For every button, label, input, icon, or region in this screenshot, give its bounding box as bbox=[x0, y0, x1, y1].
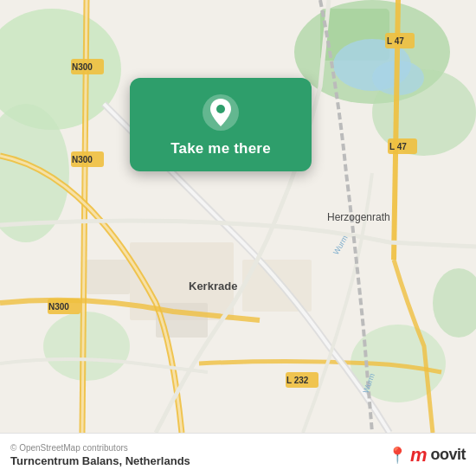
svg-text:N300: N300 bbox=[72, 62, 93, 72]
svg-text:Herzogenrath: Herzogenrath bbox=[327, 211, 390, 223]
moovit-rest-text: oovit bbox=[431, 446, 466, 464]
svg-text:L 232: L 232 bbox=[286, 376, 309, 385]
map-container: Kerkrade Herzogenrath N300 N300 N300 L 4… bbox=[0, 0, 476, 433]
moovit-m-letter: m bbox=[410, 444, 428, 466]
moovit-logo: 📍 m oovit bbox=[388, 444, 466, 466]
take-me-there-popup[interactable]: Take me there bbox=[130, 78, 312, 171]
svg-text:N300: N300 bbox=[48, 302, 69, 312]
location-name: Turncentrum Balans, Netherlands bbox=[10, 454, 190, 467]
location-pin-icon bbox=[202, 93, 240, 132]
svg-point-32 bbox=[216, 105, 225, 113]
svg-text:Kerkrade: Kerkrade bbox=[189, 280, 237, 293]
svg-text:L 47: L 47 bbox=[387, 36, 404, 46]
moovit-pin-icon: 📍 bbox=[388, 446, 407, 465]
copyright-text: © OpenStreetMap contributors bbox=[10, 443, 190, 453]
map-svg: Kerkrade Herzogenrath N300 N300 N300 L 4… bbox=[0, 0, 476, 433]
bottom-left-info: © OpenStreetMap contributors Turncentrum… bbox=[10, 443, 190, 467]
svg-rect-14 bbox=[87, 260, 130, 294]
take-me-there-label: Take me there bbox=[170, 140, 271, 158]
svg-text:L 47: L 47 bbox=[389, 142, 407, 151]
svg-text:N300: N300 bbox=[72, 155, 93, 164]
bottom-bar: © OpenStreetMap contributors Turncentrum… bbox=[0, 433, 476, 476]
svg-point-6 bbox=[43, 312, 130, 381]
